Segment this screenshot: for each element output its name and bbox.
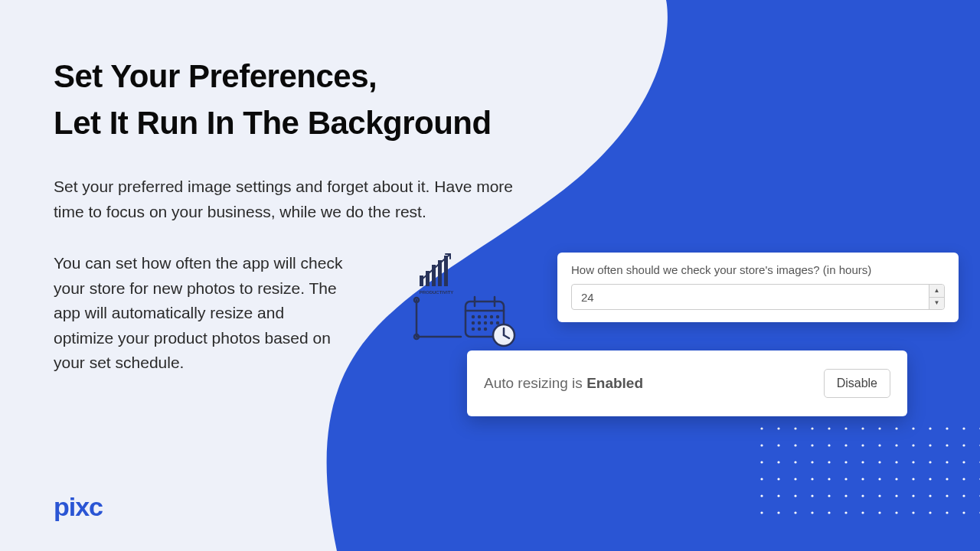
heading-line1: Set Your Preferences, — [54, 58, 377, 94]
intro-paragraph-1: Set your preferred image settings and fo… — [54, 174, 528, 224]
svg-rect-88 — [444, 256, 448, 286]
svg-point-102 — [485, 322, 486, 324]
svg-point-98 — [491, 316, 492, 318]
svg-rect-84 — [420, 276, 423, 286]
status-prefix: Auto resizing is — [484, 375, 586, 391]
svg-point-100 — [472, 322, 474, 324]
auto-resize-status: Auto resizing is Enabled — [484, 375, 643, 392]
intro-paragraph-2: You can set how often the app will check… — [54, 251, 345, 376]
page-title: Set Your Preferences, Let It Run In The … — [54, 54, 492, 147]
heading-line2: Let It Run In The Background — [54, 105, 492, 141]
check-frequency-input[interactable]: 24 ▲ ▼ — [571, 284, 945, 310]
disable-button[interactable]: Disable — [824, 369, 890, 398]
stepper-up-button[interactable]: ▲ — [929, 285, 944, 298]
status-state: Enabled — [586, 375, 643, 391]
check-frequency-label: How often should we check your store's i… — [571, 263, 945, 276]
check-frequency-card: How often should we check your store's i… — [557, 253, 959, 322]
productivity-illustration: PRODUCTIVITY — [406, 253, 528, 352]
check-frequency-value: 24 — [581, 291, 594, 304]
svg-point-96 — [479, 316, 480, 318]
stepper-down-button[interactable]: ▼ — [929, 298, 944, 310]
svg-point-104 — [497, 322, 498, 324]
svg-point-107 — [485, 328, 486, 330]
svg-point-101 — [479, 322, 480, 324]
stepper-buttons: ▲ ▼ — [929, 285, 944, 309]
svg-point-97 — [485, 316, 486, 318]
svg-point-95 — [472, 316, 474, 318]
svg-point-106 — [479, 328, 480, 330]
brand-logo: pixc — [54, 492, 103, 522]
svg-point-103 — [491, 322, 492, 324]
svg-point-99 — [497, 316, 498, 318]
auto-resize-card: Auto resizing is Enabled Disable — [467, 350, 907, 416]
doodle-label: PRODUCTIVITY — [420, 290, 454, 295]
svg-point-105 — [472, 328, 474, 330]
